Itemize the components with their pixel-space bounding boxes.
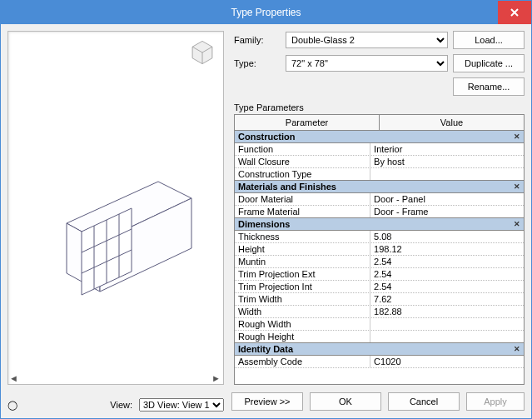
- view-label: View:: [110, 400, 132, 410]
- collapse-icon[interactable]: ✕: [514, 220, 520, 228]
- type-parameters-label: Type Parameters: [234, 102, 525, 112]
- table-row: Trim Width7.62: [235, 293, 524, 306]
- collapse-icon[interactable]: ✕: [514, 345, 520, 353]
- scroll-right-icon[interactable]: ►: [210, 373, 222, 383]
- table-row: Rough Height: [235, 331, 524, 343]
- close-icon: [510, 8, 519, 17]
- section-materials[interactable]: Materials and Finishes ✕: [235, 181, 524, 193]
- cancel-button[interactable]: Cancel: [388, 392, 460, 411]
- table-row: Trim Projection Int2.54: [235, 281, 524, 293]
- type-select[interactable]: 72" x 78": [286, 55, 448, 72]
- table-row: Width182.88: [235, 306, 524, 318]
- table-row: Assembly CodeC1020: [235, 356, 524, 368]
- rename-button[interactable]: Rename...: [453, 77, 525, 96]
- apply-button[interactable]: Apply: [466, 392, 525, 411]
- preview-button[interactable]: Preview >>: [231, 392, 303, 411]
- section-construction[interactable]: Construction ✕: [235, 131, 524, 143]
- right-panel: Family: Double-Glass 2 Load... Type: 72"…: [234, 31, 525, 385]
- view-select[interactable]: 3D View: View 1: [139, 398, 224, 412]
- duplicate-button[interactable]: Duplicate ...: [453, 54, 525, 72]
- grid-body[interactable]: Construction ✕ FunctionInterior Wall Clo…: [235, 131, 524, 382]
- load-button[interactable]: Load...: [453, 31, 525, 49]
- preview-controls: ◯ View: 3D View: View 1: [7, 398, 224, 412]
- section-identity[interactable]: Identity Data ✕: [235, 343, 524, 356]
- parameters-grid: Parameter Value Construction ✕ FunctionI…: [234, 114, 525, 385]
- scroll-left-icon[interactable]: ◄: [7, 373, 20, 383]
- type-properties-dialog: Type Properties: [0, 0, 532, 419]
- collapse-icon[interactable]: ✕: [514, 132, 520, 141]
- family-label: Family:: [234, 35, 281, 45]
- close-button[interactable]: [498, 1, 531, 24]
- table-row: Wall ClosureBy host: [235, 156, 524, 168]
- table-row: Muntin2.54: [235, 256, 524, 268]
- door-preview-icon: [58, 173, 200, 307]
- ok-button[interactable]: OK: [310, 392, 381, 411]
- preview-pane: [7, 31, 224, 385]
- info-button[interactable]: ◯: [7, 400, 17, 411]
- action-bar: Preview >> OK Cancel Apply: [231, 392, 525, 412]
- table-row: Trim Projection Ext2.54: [235, 268, 524, 281]
- window-title: Type Properties: [231, 7, 301, 18]
- table-row: Height198.12: [235, 243, 524, 256]
- titlebar: Type Properties: [1, 1, 531, 24]
- table-row: Construction Type: [235, 168, 524, 181]
- column-parameter[interactable]: Parameter: [235, 115, 380, 130]
- collapse-icon[interactable]: ✕: [514, 182, 520, 191]
- type-label: Type:: [234, 58, 281, 68]
- family-select[interactable]: Double-Glass 2: [286, 32, 448, 48]
- column-value[interactable]: Value: [380, 115, 524, 130]
- preview-canvas[interactable]: [8, 32, 223, 384]
- table-row: FunctionInterior: [235, 143, 524, 156]
- table-row: Rough Width: [235, 318, 524, 331]
- preview-scrollbar-h[interactable]: ◄ ►: [7, 372, 222, 384]
- table-row: Door MaterialDoor - Panel: [235, 193, 524, 206]
- grid-header: Parameter Value: [235, 115, 524, 131]
- table-row: Frame MaterialDoor - Frame: [235, 206, 524, 218]
- view-cube-icon[interactable]: [188, 38, 216, 67]
- dialog-body: ◄ ► Family: Double-Glass 2 Load... Type:…: [1, 24, 531, 418]
- table-row: Thickness5.08: [235, 231, 524, 243]
- section-dimensions[interactable]: Dimensions ✕: [235, 218, 524, 231]
- info-icon: ◯: [7, 400, 17, 410]
